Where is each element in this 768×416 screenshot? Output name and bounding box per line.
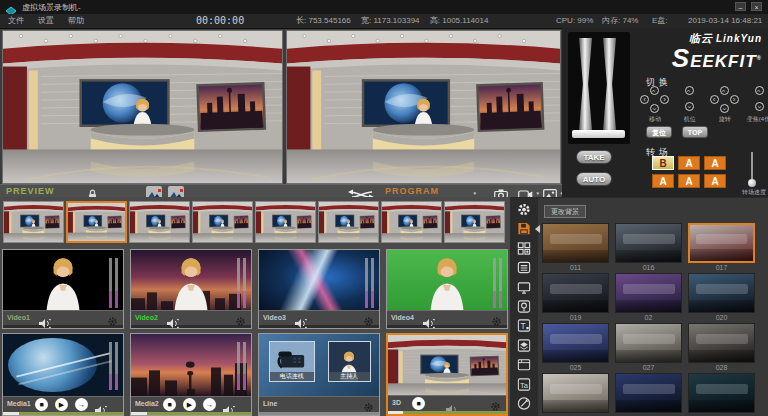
play-button[interactable]: ▶: [55, 398, 68, 411]
transition-button-3[interactable]: A: [704, 156, 726, 170]
play-button[interactable]: ▶: [183, 398, 196, 411]
stop-button[interactable]: ■: [412, 397, 425, 410]
loop-button[interactable]: →: [203, 398, 216, 411]
transition-button-5[interactable]: A: [678, 174, 700, 188]
speaker-icon[interactable]: [223, 401, 235, 410]
title-tool-icon[interactable]: T: [514, 318, 534, 334]
dpad-down-button[interactable]: ›: [685, 102, 694, 111]
scene-image[interactable]: [688, 273, 755, 313]
scene-thumbnail-020[interactable]: 020: [688, 273, 755, 323]
gear-icon[interactable]: [363, 313, 374, 324]
host-item[interactable]: 主持人: [328, 341, 371, 381]
shot-thumbnail-7[interactable]: [381, 201, 442, 243]
scene-thumbnail-027[interactable]: 027: [615, 323, 682, 373]
lock-icon[interactable]: [88, 186, 97, 197]
dpad-right-button[interactable]: ›: [660, 95, 669, 104]
scene3d-tile[interactable]: 3D ■: [386, 333, 508, 416]
dpad-left-button[interactable]: ‹: [640, 95, 649, 104]
gear-icon[interactable]: [491, 313, 502, 324]
scene-image[interactable]: [615, 323, 682, 363]
line-tile[interactable]: 电话连线 主持人 Line: [258, 333, 380, 416]
menu-file[interactable]: 文件: [8, 14, 24, 28]
dpad-left-button[interactable]: ‹: [710, 95, 719, 104]
dpad-down-button[interactable]: ›: [755, 102, 764, 111]
video-record-icon[interactable]: ▾: [518, 186, 533, 197]
gear-icon[interactable]: [490, 398, 501, 409]
dpad-up-button[interactable]: ›: [685, 86, 694, 95]
snapshot-camera-icon[interactable]: [494, 186, 508, 197]
menu-settings[interactable]: 设置: [38, 14, 54, 28]
reset-button[interactable]: 复位: [646, 126, 672, 138]
draw-tool-icon[interactable]: [514, 396, 534, 412]
settings-tool-icon[interactable]: [514, 202, 534, 218]
speaker-icon[interactable]: [39, 314, 51, 323]
shot-thumbnail-2[interactable]: [66, 201, 127, 243]
scene-thumbnail-016[interactable]: 016: [615, 223, 682, 273]
dpad-up-button[interactable]: ›: [720, 86, 729, 95]
layers-tool-icon[interactable]: [514, 338, 534, 354]
video4-tile[interactable]: Video4: [386, 249, 508, 329]
speaker-icon[interactable]: [423, 314, 435, 323]
scene-image[interactable]: [615, 373, 682, 413]
transition-button-4[interactable]: A: [652, 174, 674, 188]
gear-icon[interactable]: [235, 313, 246, 324]
scene-image[interactable]: [615, 273, 682, 313]
layout-tool-icon[interactable]: [514, 241, 534, 257]
scene-thumbnail-row4-1[interactable]: [542, 373, 609, 416]
shot-thumbnail-6[interactable]: [318, 201, 379, 243]
scene-image[interactable]: [542, 373, 609, 413]
slider-knob[interactable]: [748, 179, 756, 187]
stop-button[interactable]: ■: [35, 398, 48, 411]
transition-button-6[interactable]: A: [704, 174, 726, 188]
stop-button[interactable]: ■: [163, 398, 176, 411]
scene-image[interactable]: [688, 223, 755, 263]
scene-thumbnail-011[interactable]: 011: [542, 223, 609, 273]
scene-image[interactable]: [615, 223, 682, 263]
dpad-right-button[interactable]: ›: [730, 95, 739, 104]
t-bar-handle[interactable]: [572, 130, 625, 138]
gear-icon[interactable]: [363, 399, 374, 410]
image-output-icon[interactable]: ▾: [543, 186, 557, 197]
scene-thumbnail-row4-2[interactable]: [615, 373, 682, 416]
shot-thumbnail-8[interactable]: [444, 201, 505, 243]
dpad-down-button[interactable]: ›: [650, 104, 659, 113]
speaker-icon[interactable]: [95, 401, 107, 410]
scene-thumbnail-row4-3[interactable]: [688, 373, 755, 416]
scene-thumbnail-02[interactable]: 02: [615, 273, 682, 323]
video1-tile[interactable]: Video1: [2, 249, 124, 329]
shot-thumbnail-4[interactable]: [192, 201, 253, 243]
menu-help[interactable]: 帮助: [68, 14, 84, 28]
gear-icon[interactable]: [107, 313, 118, 324]
shot-thumbnail-1[interactable]: [3, 201, 64, 243]
video3-tile[interactable]: Video3: [258, 249, 380, 329]
scene-image[interactable]: [688, 373, 755, 413]
monitor-tool-icon[interactable]: [514, 280, 534, 296]
text-tool-icon[interactable]: Ta: [514, 377, 534, 393]
dpad-down-button[interactable]: ›: [720, 104, 729, 113]
top-button[interactable]: TOP: [682, 126, 708, 138]
window-tool-icon[interactable]: [514, 357, 534, 373]
speaker-muted-icon[interactable]: [446, 400, 458, 409]
scene-image[interactable]: [542, 323, 609, 363]
media1-tile[interactable]: Media1 ■ ▶ →: [2, 333, 124, 416]
scene-image[interactable]: [542, 223, 609, 263]
shot-thumbnail-3[interactable]: [129, 201, 190, 243]
speaker-icon[interactable]: [167, 314, 179, 323]
scene-thumbnail-017[interactable]: 017: [688, 223, 755, 273]
foreground-image-button[interactable]: [168, 186, 184, 197]
close-button[interactable]: ×: [751, 2, 762, 11]
take-button[interactable]: TAKE: [576, 150, 612, 164]
shot-thumbnail-5[interactable]: [255, 201, 316, 243]
loop-button[interactable]: →: [75, 398, 88, 411]
minimize-button[interactable]: –: [735, 2, 746, 11]
save-tool-icon[interactable]: [514, 221, 534, 237]
playlist-tool-icon[interactable]: [514, 260, 534, 276]
light-tool-icon[interactable]: [514, 299, 534, 315]
auto-button[interactable]: AUTO: [576, 172, 612, 186]
speaker-icon[interactable]: [295, 314, 307, 323]
video2-tile[interactable]: Video2: [130, 249, 252, 329]
change-background-button[interactable]: 更改背景: [544, 205, 586, 218]
dpad-up-button[interactable]: ›: [755, 86, 764, 95]
dpad-up-button[interactable]: ›: [650, 86, 659, 95]
scene-thumbnail-019[interactable]: 019: [542, 273, 609, 323]
